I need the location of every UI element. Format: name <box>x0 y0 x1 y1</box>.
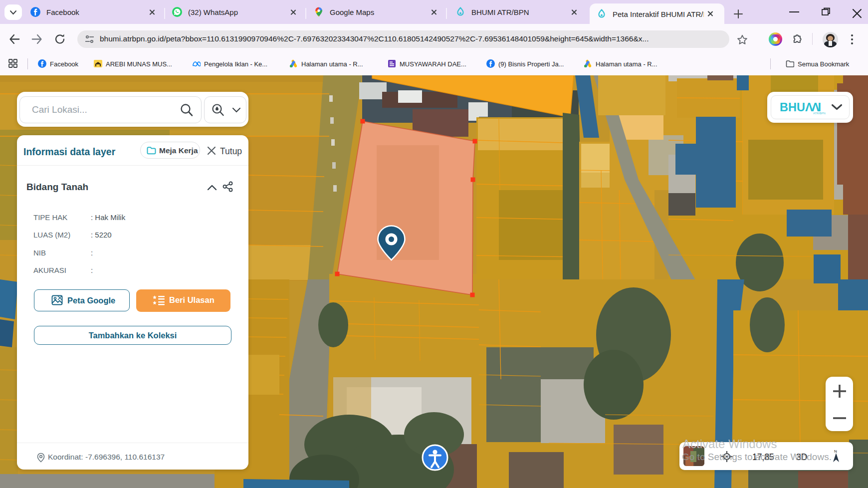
svg-text:N: N <box>834 449 837 454</box>
